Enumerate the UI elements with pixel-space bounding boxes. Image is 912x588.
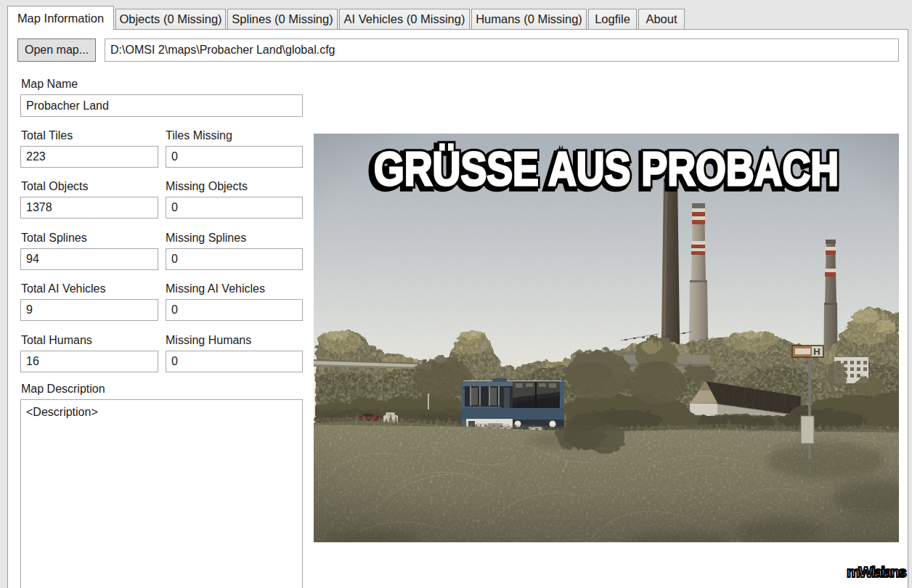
svg-text:GRÜSSE AUS PROBACH: GRÜSSE AUS PROBACH xyxy=(374,142,839,195)
